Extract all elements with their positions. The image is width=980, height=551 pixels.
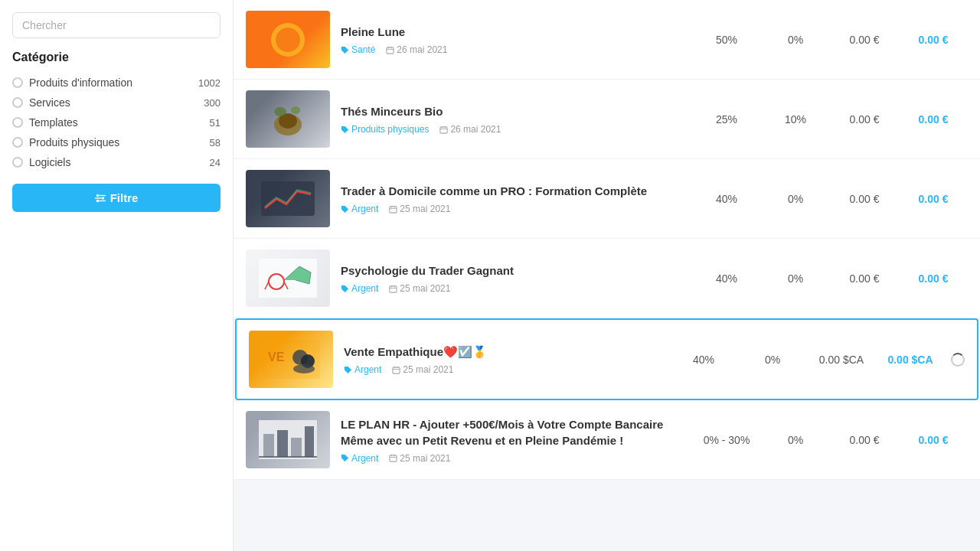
upsell-rate: 0% — [761, 434, 830, 446]
svg-rect-16 — [440, 126, 447, 132]
earned-amount: 0.00 € — [830, 34, 899, 46]
svg-point-15 — [291, 106, 300, 114]
tag-icon — [341, 126, 349, 134]
category-item-left: Services — [12, 96, 70, 109]
product-thumbnail — [246, 11, 330, 68]
plan-thumb-art — [257, 419, 318, 461]
product-date: 26 mai 2021 — [439, 124, 501, 135]
category-count: 51 — [210, 117, 220, 129]
product-tag: Santé — [341, 44, 375, 55]
product-thumbnail — [246, 90, 330, 148]
tag-icon — [341, 205, 349, 214]
tag-icon — [341, 46, 349, 54]
svg-point-0 — [96, 194, 99, 197]
product-row[interactable]: Pleine Lune Santé 26 mai 2021 50% 0% 0.0… — [234, 0, 980, 80]
category-count: 300 — [204, 97, 220, 109]
total-amount: 0.00 € — [899, 434, 968, 446]
svg-rect-45 — [291, 438, 302, 457]
product-info: Pleine Lune Santé 26 mai 2021 — [341, 24, 681, 55]
product-meta: Argent 25 mai 2021 — [344, 364, 658, 375]
filter-button[interactable]: Filtre — [12, 184, 220, 212]
product-name: Trader à Domicile comme un PRO : Formati… — [341, 183, 681, 199]
commission-rate: 40% — [692, 193, 761, 205]
psycho-thumb-art — [257, 257, 318, 299]
product-tag: Argent — [344, 364, 381, 375]
product-tag: Argent — [341, 453, 378, 464]
svg-point-14 — [274, 107, 286, 116]
radio-button[interactable] — [12, 77, 23, 88]
svg-text:VE: VE — [268, 350, 285, 364]
upsell-rate: 10% — [761, 113, 830, 126]
product-date: 25 mai 2021 — [389, 283, 450, 294]
product-tag: Produits physiques — [341, 124, 429, 135]
product-stats: 40% 0% 0.00 € 0.00 € — [692, 193, 968, 205]
product-name: Psychologie du Trader Gagnant — [341, 262, 681, 279]
category-item-left: Produits d'information — [12, 77, 132, 89]
category-item[interactable]: Produits d'information 1002 — [12, 77, 220, 89]
category-count: 58 — [210, 137, 220, 148]
product-info: Vente Empathique❤️☑️🥇 Argent 25 mai 2021 — [344, 344, 658, 375]
category-label: Produits d'information — [29, 77, 132, 89]
filter-icon — [95, 193, 106, 204]
product-date: 25 mai 2021 — [389, 453, 450, 464]
radio-button[interactable] — [12, 157, 23, 168]
radio-button[interactable] — [12, 137, 23, 148]
total-amount: 0.00 € — [899, 193, 968, 205]
product-info: LE PLAN HR - Ajouter +500€/Mois à Votre … — [341, 416, 681, 464]
commission-rate: 40% — [692, 272, 761, 285]
product-row[interactable]: Thés Minceurs Bio Produits physiques 26 … — [234, 80, 980, 159]
product-thumbnail — [246, 411, 330, 468]
sidebar: Chercher Catégorie Produits d'informatio… — [0, 0, 234, 551]
product-date: 25 mai 2021 — [392, 364, 453, 375]
product-date: 25 mai 2021 — [389, 204, 450, 214]
tag-icon — [341, 285, 349, 293]
category-item[interactable]: Produits physiques 58 — [12, 136, 220, 148]
product-meta: Argent 25 mai 2021 — [341, 283, 681, 294]
upsell-rate: 0% — [761, 193, 830, 205]
calendar-icon — [389, 285, 397, 293]
upsell-rate: 0% — [761, 272, 830, 285]
category-item-left: Produits physiques — [12, 136, 119, 148]
category-label: Services — [29, 96, 70, 109]
product-list: Pleine Lune Santé 26 mai 2021 50% 0% 0.0… — [234, 0, 980, 551]
total-amount: 0.00 € — [899, 272, 968, 285]
product-info: Thés Minceurs Bio Produits physiques 26 … — [341, 103, 681, 135]
category-title: Catégorie — [12, 51, 220, 64]
svg-rect-20 — [261, 181, 315, 216]
product-thumbnail: VE — [249, 331, 333, 388]
svg-rect-21 — [390, 206, 397, 212]
product-row[interactable]: LE PLAN HR - Ajouter +500€/Mois à Votre … — [234, 400, 980, 480]
product-name: LE PLAN HR - Ajouter +500€/Mois à Votre … — [341, 416, 681, 448]
svg-rect-46 — [305, 426, 314, 457]
category-item[interactable]: Services 300 — [12, 96, 220, 109]
total-amount: 0.00 $CA — [876, 354, 945, 366]
product-meta: Argent 25 mai 2021 — [341, 204, 681, 214]
svg-rect-43 — [263, 434, 274, 457]
product-row[interactable]: VE Vente Empathique❤️☑️🥇 Argent 25 mai 2… — [235, 318, 978, 400]
commission-rate: 0% - 30% — [692, 434, 761, 446]
product-name: Pleine Lune — [341, 24, 681, 40]
radio-button[interactable] — [12, 97, 23, 108]
svg-point-37 — [293, 364, 315, 373]
svg-rect-38 — [393, 367, 400, 373]
category-list: Produits d'information 1002 Services 300… — [12, 77, 220, 168]
tag-icon — [341, 454, 349, 462]
svg-point-2 — [96, 199, 99, 202]
product-meta: Argent 25 mai 2021 — [341, 453, 681, 464]
commission-rate: 40% — [669, 354, 738, 366]
search-input[interactable]: Chercher — [12, 12, 220, 38]
earned-amount: 0.00 € — [830, 113, 899, 126]
total-amount: 0.00 € — [899, 113, 968, 126]
calendar-icon — [439, 126, 448, 134]
svg-point-1 — [101, 197, 104, 200]
svg-rect-48 — [390, 455, 397, 461]
product-row[interactable]: Psychologie du Trader Gagnant Argent 25 … — [234, 239, 980, 318]
category-item[interactable]: Logiciels 24 — [12, 156, 220, 168]
category-item[interactable]: Templates 51 — [12, 116, 220, 129]
product-row[interactable]: Trader à Domicile comme un PRO : Formati… — [234, 159, 980, 239]
product-stats: 50% 0% 0.00 € 0.00 € — [692, 34, 968, 46]
product-stats: 0% - 30% 0% 0.00 € 0.00 € — [692, 434, 968, 446]
product-tag: Argent — [341, 204, 378, 214]
svg-rect-8 — [387, 47, 394, 53]
radio-button[interactable] — [12, 117, 23, 128]
